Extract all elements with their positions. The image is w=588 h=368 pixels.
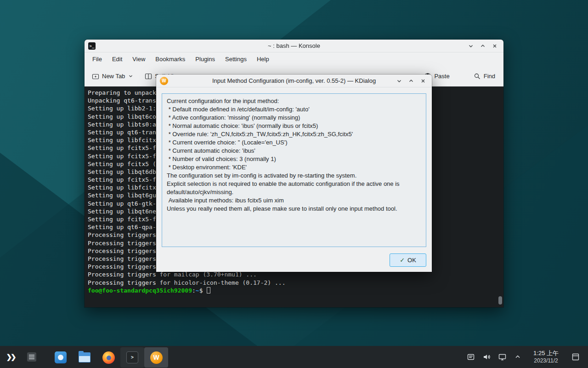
system-tray: 1:25 上午 2023/11/2 <box>466 346 588 368</box>
clock-date: 2023/11/2 <box>533 357 559 364</box>
taskbar-firefox[interactable] <box>96 347 120 368</box>
message-line: The configuration set by im-config is ac… <box>167 172 421 180</box>
menu-item[interactable]: Edit <box>107 52 127 66</box>
taskbar-file-manager[interactable] <box>73 347 96 368</box>
kdialog-message-area: Current configuration for the input meth… <box>162 93 426 247</box>
find-label: Find <box>484 73 495 80</box>
close-icon[interactable] <box>419 77 427 85</box>
prompt-path: ~ <box>196 287 199 294</box>
app-launcher-icon: ❯❯ <box>6 353 15 361</box>
ok-button[interactable]: ✓ OK <box>390 253 426 267</box>
taskbar: ❯❯ > W 1:25 上午 2023/11/2 <box>0 346 588 368</box>
im-config-icon: W <box>150 351 163 364</box>
volume-icon[interactable] <box>482 352 491 362</box>
show-desktop-button[interactable] <box>570 346 582 368</box>
message-line: * Current override choice: '' (Locale='e… <box>167 138 421 147</box>
terminal-scrollbar-thumb[interactable] <box>498 296 502 305</box>
terminal-cursor <box>207 287 210 293</box>
menu-item[interactable]: File <box>87 52 107 66</box>
paste-label: Paste <box>434 73 449 80</box>
message-line: * Desktop environment: 'KDE' <box>167 163 421 172</box>
minimize-icon[interactable] <box>467 42 475 50</box>
taskbar-app-blue[interactable] <box>49 347 73 368</box>
find-button[interactable]: Find <box>474 73 495 80</box>
prompt-separator: : <box>192 287 196 294</box>
taskbar-clock[interactable]: 1:25 上午 2023/11/2 <box>529 350 563 364</box>
new-tab-button[interactable]: New Tab <box>92 73 133 80</box>
terminal-line: Processing triggers for hicolor-icon-the… <box>88 279 503 287</box>
kdialog-window: W Input Method Configuration (im-config,… <box>156 75 432 272</box>
minimize-icon[interactable] <box>395 77 403 85</box>
message-line: * Normal automatic choice: 'ibus' (norma… <box>167 122 421 130</box>
notifications-icon[interactable] <box>466 352 475 362</box>
menu-item[interactable]: Bookmarks <box>150 52 190 66</box>
kdialog-titlebar[interactable]: W Input Method Configuration (im-config,… <box>156 75 432 87</box>
message-line: * Default mode defined in /etc/default/i… <box>167 105 421 114</box>
message-line: Current configuration for the input meth… <box>167 97 421 105</box>
prompt-user-host: foo@foo-standardpcq35ich92009 <box>88 287 192 294</box>
chevron-down-icon[interactable] <box>129 73 133 80</box>
task-manager-button[interactable] <box>21 346 42 368</box>
expand-tray-icon[interactable] <box>513 352 522 362</box>
maximize-icon[interactable] <box>479 42 487 50</box>
message-line: Available input methods: ibus fcitx5 uim… <box>167 196 421 205</box>
terminal-prompt-line: foo@foo-standardpcq35ich92009:~$ <box>88 287 503 294</box>
find-icon <box>474 73 481 80</box>
display-icon[interactable] <box>498 352 507 362</box>
file-manager-icon <box>79 352 90 362</box>
app-launcher-button[interactable]: ❯❯ <box>0 346 21 368</box>
check-icon: ✓ <box>400 257 405 264</box>
clock-time: 1:25 上午 <box>533 350 559 357</box>
konsole-window-title: ~ : bash — Konsole <box>85 42 503 49</box>
konsole-menubar: FileEditViewBookmarksPluginsSettingsHelp <box>85 52 503 66</box>
ok-button-label: OK <box>407 257 416 264</box>
taskbar-im-config[interactable]: W <box>144 347 168 368</box>
message-line: * Active configuration: 'missing' (norma… <box>167 114 421 122</box>
firefox-icon <box>102 351 115 364</box>
menu-item[interactable]: Help <box>252 52 274 66</box>
new-tab-label: New Tab <box>102 73 125 80</box>
message-line: Explicit selection is not required to en… <box>167 180 421 196</box>
konsole-icon: > <box>126 351 138 363</box>
kdialog-app-icon: W <box>160 77 168 85</box>
show-desktop-icon <box>571 353 580 361</box>
taskbar-konsole[interactable]: > <box>120 347 144 368</box>
message-line: * Override rule: 'zh_CN,fcitx5:zh_TW,fci… <box>167 130 421 138</box>
menu-item[interactable]: Plugins <box>190 52 220 66</box>
konsole-window-controls <box>467 42 503 50</box>
split-view-icon <box>145 73 152 80</box>
konsole-app-icon: >_ <box>88 42 96 50</box>
menu-item[interactable]: View <box>127 52 150 66</box>
maximize-icon[interactable] <box>407 77 415 85</box>
menu-item[interactable]: Settings <box>220 52 252 66</box>
kdialog-window-controls <box>395 77 432 85</box>
message-line: * Current automatic choice: 'ibus' <box>167 147 421 155</box>
app-icon-blue <box>55 351 67 363</box>
kdialog-window-title: Input Method Configuration (im-config, v… <box>156 77 432 84</box>
konsole-titlebar[interactable]: >_ ~ : bash — Konsole <box>85 40 503 52</box>
new-tab-icon <box>92 73 99 80</box>
task-manager-icon <box>27 352 36 362</box>
close-icon[interactable] <box>491 42 499 50</box>
message-line: Unless you really need them all, please … <box>167 205 421 213</box>
toolbar-right-group: Paste Find <box>424 73 495 80</box>
message-line: * Number of valid choices: 3 (normally 1… <box>167 155 421 163</box>
prompt-dollar: $ <box>199 287 207 294</box>
